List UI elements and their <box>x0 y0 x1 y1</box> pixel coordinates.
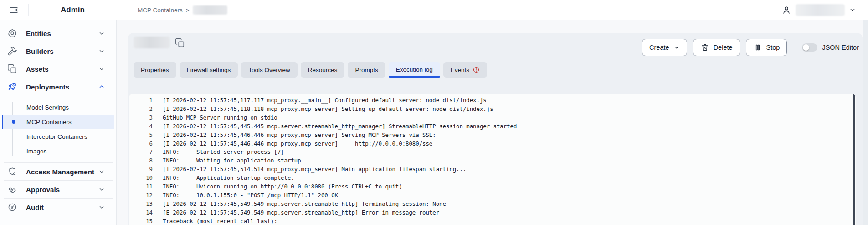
line-number: 4 <box>129 122 153 131</box>
container-title-redacted <box>134 37 170 48</box>
sidebar-item-approvals[interactable]: Approvals <box>0 181 116 198</box>
deployments-sub-list: Model Servings MCP Containers Intercepto… <box>0 95 116 162</box>
sidebar-item-label: Assets <box>26 65 98 73</box>
line-text: INFO: Application startup complete. <box>163 174 294 183</box>
chevron-down-icon <box>673 44 680 51</box>
copy-icon[interactable] <box>175 38 185 48</box>
line-number: 7 <box>129 148 153 157</box>
sub-item-label: Images <box>26 148 46 155</box>
sidebar-item-label: Audit <box>26 204 98 211</box>
gauge-icon <box>7 202 17 212</box>
copy-stack-icon <box>7 64 17 74</box>
page-scrollbar[interactable] <box>863 20 868 225</box>
line-number: 9 <box>129 165 153 174</box>
tab-events[interactable]: Events <box>443 62 487 78</box>
sidebar-item-label: Access Management <box>26 168 98 176</box>
json-editor-label: JSON Editor <box>822 44 859 51</box>
line-number: 12 <box>129 191 153 200</box>
delete-button-label: Delete <box>714 44 733 51</box>
breadcrumb: MCP Containers > <box>138 0 227 20</box>
breadcrumb-current-redacted <box>193 5 227 15</box>
line-number: 15 <box>129 217 153 225</box>
tab-label: Prompts <box>355 67 378 73</box>
sidebar-item-interceptor-containers[interactable]: Interceptor Containers <box>2 129 114 144</box>
json-editor-toggle-wrap: JSON Editor <box>799 43 859 52</box>
stop-button[interactable]: Stop <box>746 39 787 56</box>
breadcrumb-parent[interactable]: MCP Containers <box>138 7 183 14</box>
log-line: 7INFO: Started server process [7] <box>129 148 856 157</box>
active-dot <box>12 120 15 124</box>
sidebar-item-access-management[interactable]: Access Management <box>0 163 116 180</box>
line-text: INFO: Uvicorn running on http://0.0.0.0:… <box>163 183 402 191</box>
delete-button[interactable]: Delete <box>693 39 740 56</box>
username-redacted <box>796 4 845 16</box>
topbar-divider <box>28 4 29 16</box>
line-number: 14 <box>129 209 153 217</box>
log-line: 13[I 2026-02-12 11:57:45,549.549 mcp.ser… <box>129 200 856 209</box>
sidebar-item-assets[interactable]: Assets <box>0 60 116 78</box>
line-text: [I 2026-02-12 11:57:45,446.446 mcp_proxy… <box>163 140 432 148</box>
log-line: 14[E 2026-02-12 11:57:45,549.549 mcp.ser… <box>129 209 856 217</box>
line-text: [I 2026-02-12 11:57:45,549.549 mcp.serve… <box>163 200 446 209</box>
sidebar-item-audit[interactable]: Audit <box>0 199 116 216</box>
sidebar: Entities Builders Assets <box>0 20 117 225</box>
line-text: INFO: 10.0.1.155:0 - "POST /mcp HTTP/1.1… <box>163 191 338 200</box>
log-line: 10INFO: Application startup complete. <box>129 174 856 183</box>
warning-icon <box>473 66 480 73</box>
sidebar-item-model-servings[interactable]: Model Servings <box>2 100 114 115</box>
sidebar-item-label: Builders <box>26 47 98 55</box>
log-line: 4[I 2026-02-12 11:57:45,445.445 mcp.serv… <box>129 122 856 131</box>
tab-prompts[interactable]: Prompts <box>348 62 385 78</box>
tab-firewall-settings[interactable]: Firewall settings <box>180 62 238 78</box>
sidebar-item-mcp-containers[interactable]: MCP Containers <box>2 115 114 129</box>
chevron-down-icon <box>98 47 105 55</box>
chevron-down-icon <box>98 65 105 73</box>
line-text: INFO: Started server process [7] <box>163 148 284 157</box>
line-text: GitHub MCP Server running on stdio <box>163 114 277 122</box>
log-line: 5[I 2026-02-12 11:57:45,446.446 mcp_prox… <box>129 131 856 140</box>
breadcrumb-separator: > <box>186 7 190 14</box>
line-text: [E 2026-02-12 11:57:45,549.549 mcp.serve… <box>163 209 439 217</box>
sidebar-item-label: Approvals <box>26 186 98 194</box>
tab-label: Properties <box>141 67 169 73</box>
line-number: 13 <box>129 200 153 209</box>
line-text: Traceback (most recent call last): <box>163 217 277 225</box>
divider <box>793 42 793 53</box>
create-button-label: Create <box>649 44 669 51</box>
tab-tools-overview[interactable]: Tools Overview <box>241 62 298 78</box>
tab-strip: Properties Firewall settings Tools Overv… <box>134 62 487 78</box>
json-editor-toggle[interactable] <box>802 43 817 52</box>
chevron-down-icon <box>98 168 105 175</box>
log-scrollbar-thumb[interactable] <box>853 94 855 225</box>
chevron-down-icon <box>98 186 105 193</box>
content-panel: Create Delete S <box>128 33 863 225</box>
sidebar-item-builders[interactable]: Builders <box>0 42 116 60</box>
line-text: INFO: Waiting for application startup. <box>163 157 304 165</box>
log-line: 6[I 2026-02-12 11:57:45,446.446 mcp_prox… <box>129 140 856 148</box>
tab-resources[interactable]: Resources <box>301 62 345 78</box>
tab-label: Resources <box>308 67 338 73</box>
user-menu[interactable] <box>781 0 856 20</box>
create-button[interactable]: Create <box>642 39 687 56</box>
chevron-down-icon <box>98 204 105 211</box>
tab-execution-log[interactable]: Execution log <box>389 62 440 78</box>
trash-icon <box>700 43 709 52</box>
page-title: Admin <box>61 0 85 20</box>
chevron-down-icon[interactable] <box>849 6 856 14</box>
sidebar-item-deployments[interactable]: Deployments <box>0 78 116 95</box>
line-number: 6 <box>129 140 153 148</box>
execution-log-viewport: 1[I 2026-02-12 11:57:45,117.117 mcp_prox… <box>129 94 856 225</box>
tab-properties[interactable]: Properties <box>134 62 176 78</box>
sidebar-collapse-icon[interactable] <box>8 5 19 16</box>
sidebar-item-images[interactable]: Images <box>2 144 114 158</box>
log-line: 1[I 2026-02-12 11:57:45,117.117 mcp_prox… <box>129 96 856 105</box>
line-number: 8 <box>129 157 153 165</box>
tab-label: Execution log <box>396 66 433 73</box>
tab-label: Tools Overview <box>248 67 290 73</box>
line-number: 1 <box>129 96 153 105</box>
log-line: 15Traceback (most recent call last): <box>129 217 856 225</box>
sidebar-item-entities[interactable]: Entities <box>0 25 116 42</box>
log-line: 11INFO: Uvicorn running on http://0.0.0.… <box>129 183 856 191</box>
chevron-down-icon <box>98 30 105 37</box>
handshake-icon <box>7 184 17 194</box>
